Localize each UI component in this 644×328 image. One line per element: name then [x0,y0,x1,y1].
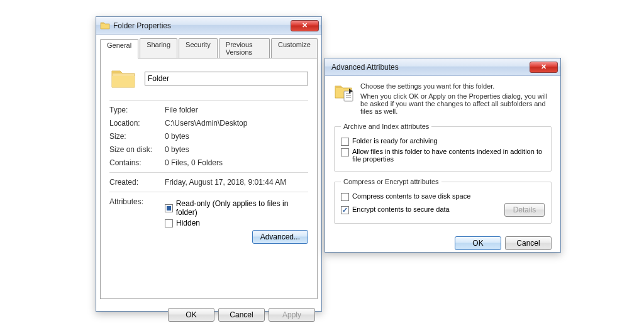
tab-customize[interactable]: Customize [271,38,318,58]
encrypt-label: Encrypt contents to secure data [352,205,450,213]
ok-button[interactable]: OK [455,236,501,250]
location-value: C:\Users\Admin\Desktop [165,119,308,128]
cancel-button[interactable]: Cancel [218,308,265,322]
general-panel: Type: File folder Location: C:\Users\Adm… [100,58,318,299]
folder-properties-icon [334,82,354,102]
contains-value: 0 Files, 0 Folders [165,158,308,167]
tab-sharing[interactable]: Sharing [140,38,177,58]
close-button[interactable]: ✕ [291,20,319,31]
type-label: Type: [109,106,165,114]
hidden-label: Hidden [176,219,200,227]
type-value: File folder [165,106,308,114]
close-icon: ✕ [541,63,547,70]
folder-large-icon [109,65,137,92]
window-title: Folder Properties [113,21,291,30]
readonly-label: Read-only (Only applies to files in fold… [176,199,308,217]
close-icon: ✕ [302,22,308,29]
adv-header-line1: Choose the settings you want for this fo… [360,82,552,90]
contains-label: Contains: [109,158,165,167]
readonly-checkbox[interactable] [165,204,173,212]
separator [109,192,308,192]
archive-checkbox[interactable] [341,138,349,146]
apply-button[interactable]: Apply [269,308,315,322]
location-label: Location: [109,119,165,128]
advanced-attributes-window: Advanced Attributes ✕ Choose the setting… [325,58,561,253]
hidden-checkbox[interactable] [165,219,173,227]
cancel-button[interactable]: Cancel [505,236,552,250]
adv-header-line2: When you click OK or Apply on the Proper… [360,92,547,115]
folder-name-input[interactable] [145,72,308,85]
svg-rect-0 [344,91,353,101]
tab-general[interactable]: General [100,39,138,58]
archive-label: Folder is ready for archiving [352,137,438,145]
encrypt-checkbox[interactable] [341,206,349,214]
created-value: Friday, August 17, 2018, 9:01:44 AM [165,178,308,187]
index-label: Allow files in this folder to have conte… [352,148,545,163]
size-label: Size: [109,132,165,141]
compress-encrypt-legend: Compress or Encrypt attributes [341,178,441,185]
titlebar[interactable]: Folder Properties ✕ [96,17,321,35]
details-button[interactable]: Details [504,203,545,217]
size-on-disk-label: Size on disk: [109,145,165,154]
advanced-button[interactable]: Advanced... [252,230,308,244]
window-title: Advanced Attributes [329,63,530,72]
size-value: 0 bytes [165,132,308,141]
compress-checkbox[interactable] [341,193,349,201]
folder-properties-window: Folder Properties ✕ General Sharing Secu… [96,16,322,312]
attributes-label: Attributes: [109,197,165,244]
ok-button[interactable]: OK [168,308,214,322]
archive-index-legend: Archive and Index attributes [341,123,431,130]
separator [109,100,308,101]
index-checkbox[interactable] [341,148,349,156]
compress-label: Compress contents to save disk space [352,192,470,200]
tab-security[interactable]: Security [179,38,218,58]
separator [109,172,308,173]
created-label: Created: [109,178,165,187]
compress-encrypt-group: Compress or Encrypt attributes Compress … [334,178,552,224]
folder-icon [100,21,110,31]
tab-strip: General Sharing Security Previous Versio… [96,35,321,58]
archive-index-group: Archive and Index attributes Folder is r… [334,123,552,172]
titlebar[interactable]: Advanced Attributes ✕ [325,58,560,76]
close-button[interactable]: ✕ [530,62,558,73]
tab-previous-versions[interactable]: Previous Versions [219,38,270,58]
size-on-disk-value: 0 bytes [165,145,308,154]
